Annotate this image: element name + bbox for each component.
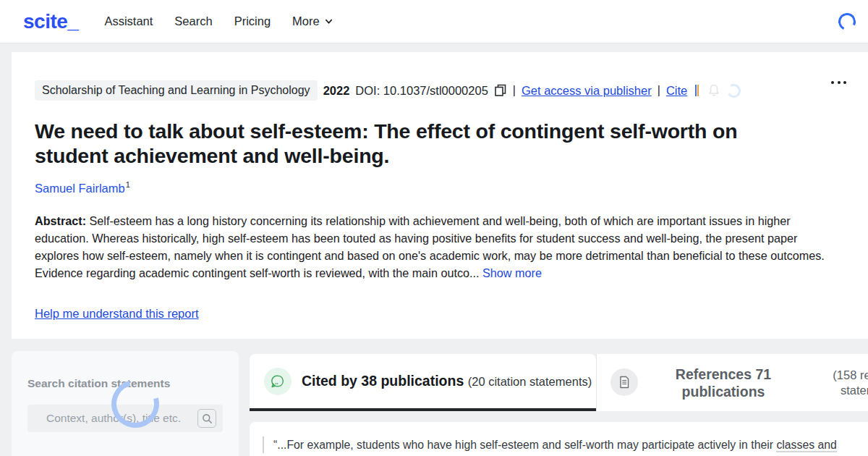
copy-doi-icon[interactable] <box>494 84 507 97</box>
citation-search-input[interactable] <box>27 412 197 425</box>
paper-meta-row: Scholarship of Teaching and Learning in … <box>35 80 741 101</box>
help-understand-report-link[interactable]: Help me understand this report <box>35 307 199 321</box>
loading-spinner <box>836 11 859 33</box>
get-access-link[interactable]: Get access via publisher <box>522 84 652 98</box>
cited-by-subtitle: (20 citation statements) <box>468 375 592 388</box>
abstract-label: Abstract: <box>35 214 86 227</box>
more-options-menu-icon[interactable] <box>831 81 846 84</box>
citation-text: “...For example, students who have high … <box>273 439 776 451</box>
top-navigation: scite_ Assistant Search Pricing More <box>0 0 868 43</box>
cited-by-title: Cited by 38 publications <box>302 373 464 389</box>
show-more-link[interactable]: Show more <box>482 266 542 279</box>
citation-statement-card: “...For example, students who have high … <box>250 422 868 456</box>
nav-item-pricing[interactable]: Pricing <box>234 14 271 28</box>
nav-item-search[interactable]: Search <box>174 14 212 28</box>
abstract-text: Self-esteem has a long history concernin… <box>35 214 825 279</box>
notification-bell-icon[interactable] <box>707 83 721 98</box>
search-icon <box>202 413 213 424</box>
separator: | <box>513 84 516 97</box>
document-icon <box>610 368 638 396</box>
search-citation-panel: Search citation statements <box>12 351 239 456</box>
tab-cited-by[interactable]: ,, Cited by 38 publications (20 citation… <box>250 354 596 411</box>
paper-title: We need to talk about self-esteem: The e… <box>35 119 801 168</box>
author-link[interactable]: Samuel Fairlamb <box>35 182 125 195</box>
author-row: Samuel Fairlamb1 <box>35 180 130 195</box>
tab-references[interactable]: References 71 publications (158 referenc… <box>596 354 868 411</box>
references-title: References 71 publications <box>651 366 796 400</box>
svg-text:,,: ,, <box>275 377 278 384</box>
cite-link[interactable]: Cite <box>666 84 687 98</box>
chevron-down-icon <box>325 17 333 25</box>
tally-indicator-icon <box>695 85 699 96</box>
cited-by-label: Cited by 38 publications (20 citation st… <box>302 373 592 389</box>
references-subtitle: (158 reference statements) <box>821 368 868 398</box>
author-affiliation-superscript: 1 <box>126 180 130 189</box>
loading-spinner-small <box>726 82 742 98</box>
citation-quote-icon: ,, <box>264 368 292 395</box>
nav-item-assistant[interactable]: Assistant <box>104 14 153 28</box>
nav-item-more-label: More <box>292 14 320 28</box>
abstract: Abstract: Self-esteem has a long history… <box>35 212 843 282</box>
journal-badge[interactable]: Scholarship of Teaching and Learning in … <box>35 80 318 101</box>
citation-statement-text: “...For example, students who have high … <box>263 436 868 453</box>
doi-text: DOI: 10.1037/stl0000205 <box>355 84 488 98</box>
search-submit-button[interactable] <box>197 409 216 428</box>
nav-items: Assistant Search Pricing More <box>104 14 332 28</box>
separator: | <box>658 84 660 97</box>
nav-item-more[interactable]: More <box>292 14 333 28</box>
paper-report-card: Scholarship of Teaching and Learning in … <box>12 52 868 339</box>
citation-highlighted-text: classes and <box>776 439 836 452</box>
publication-year: 2022 <box>323 84 350 98</box>
scite-logo[interactable]: scite_ <box>23 10 78 33</box>
